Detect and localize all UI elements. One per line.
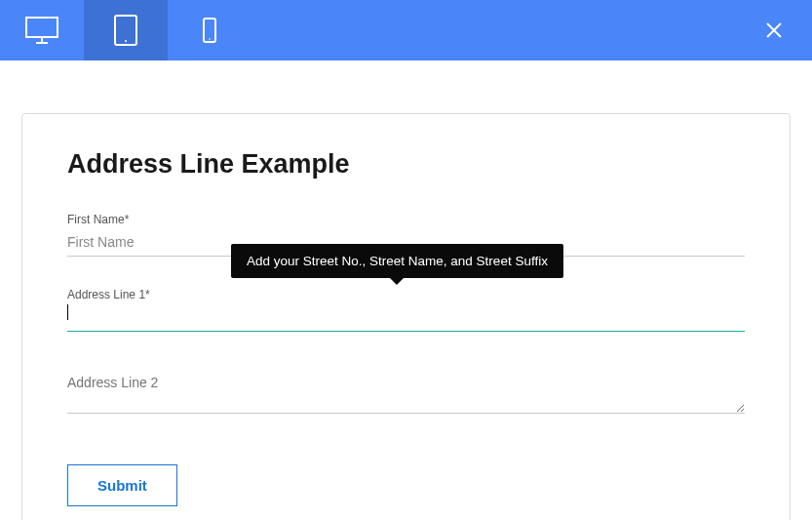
desktop-icon [24, 16, 59, 45]
preview-toolbar [0, 0, 812, 60]
svg-point-4 [125, 40, 127, 42]
address-line-1-label: Address Line 1* [67, 288, 745, 301]
first-name-label: First Name* [67, 213, 745, 226]
preview-content[interactable]: Address Line Example First Name* Add you… [0, 60, 812, 520]
address-line-1-input[interactable] [67, 305, 745, 332]
svg-rect-0 [26, 18, 58, 37]
address-line-1-tooltip: Add your Street No., Street Name, and St… [231, 244, 563, 278]
desktop-view-button[interactable] [0, 0, 84, 60]
tablet-icon [113, 14, 138, 47]
form-title: Address Line Example [67, 149, 745, 180]
close-icon [765, 21, 783, 39]
address-line-2-input[interactable] [67, 371, 745, 414]
mobile-icon [202, 17, 217, 44]
address-line-2-field [67, 371, 745, 418]
tablet-view-button[interactable] [84, 0, 168, 60]
form-card: Address Line Example First Name* Add you… [21, 113, 791, 520]
text-cursor [67, 304, 68, 320]
svg-point-6 [209, 38, 211, 40]
submit-button[interactable]: Submit [67, 464, 177, 506]
mobile-view-button[interactable] [168, 0, 251, 60]
address-line-1-field: Add your Street No., Street Name, and St… [67, 288, 745, 332]
close-button[interactable] [765, 0, 783, 60]
